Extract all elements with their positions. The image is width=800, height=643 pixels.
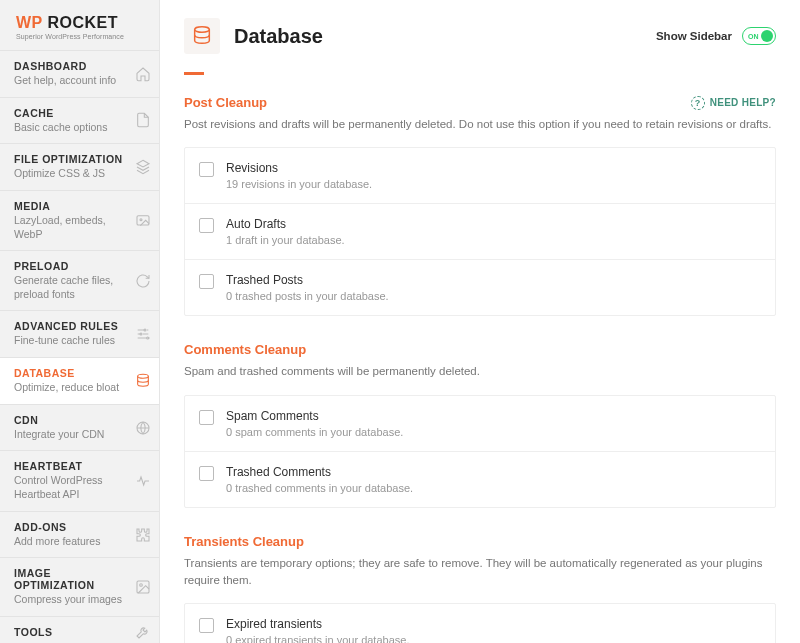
section-desc: Spam and trashed comments will be perman… — [184, 363, 776, 380]
refresh-icon — [135, 273, 151, 289]
section-comments-cleanup: Comments Cleanup Spam and trashed commen… — [184, 342, 776, 507]
option-label: Trashed Posts — [226, 273, 761, 287]
option-hint: 0 spam comments in your database. — [226, 426, 761, 438]
checkbox[interactable] — [199, 618, 214, 633]
nav-item-title: TOOLS — [14, 626, 129, 638]
svg-point-2 — [144, 329, 146, 331]
nav-item-desc: Basic cache options — [14, 121, 129, 135]
nav-item-desc: Fine-tune cache rules — [14, 334, 129, 348]
content: Post Cleanup ? NEED HELP? Post revisions… — [160, 75, 800, 643]
option-hint: 0 expired transients in your database. — [226, 634, 761, 643]
nav-item-desc: LazyLoad, embeds, WebP — [14, 214, 129, 241]
image-icon — [135, 213, 151, 229]
section-transients-cleanup: Transients Cleanup Transients are tempor… — [184, 534, 776, 644]
option-hint: 0 trashed posts in your database. — [226, 290, 761, 302]
sidebar: WP ROCKET Superior WordPress Performance… — [0, 0, 160, 643]
option-hint: 0 trashed comments in your database. — [226, 482, 761, 494]
logo-brand-a: WP — [16, 14, 42, 31]
show-sidebar-label: Show Sidebar — [656, 30, 732, 42]
option-item: Expired transients0 expired transients i… — [185, 604, 775, 643]
checkbox[interactable] — [199, 274, 214, 289]
svg-point-9 — [195, 27, 210, 32]
nav-item-desc: Integrate your CDN — [14, 428, 129, 442]
option-item: Spam Comments0 spam comments in your dat… — [185, 396, 775, 452]
database-icon — [184, 18, 220, 54]
wrench-icon — [135, 624, 151, 640]
nav-item-title: FILE OPTIMIZATION — [14, 153, 129, 165]
toggle-on-label: ON — [748, 33, 759, 40]
nav-item-title: DASHBOARD — [14, 60, 129, 72]
logo: WP ROCKET Superior WordPress Performance — [0, 0, 159, 50]
option-hint: 19 revisions in your database. — [226, 178, 761, 190]
nav-item-title: ADD-ONS — [14, 521, 129, 533]
section-post-cleanup: Post Cleanup ? NEED HELP? Post revisions… — [184, 95, 776, 316]
home-icon — [135, 66, 151, 82]
svg-point-4 — [147, 337, 149, 339]
nav-item-desc: Compress your images — [14, 593, 129, 607]
option-list: Spam Comments0 spam comments in your dat… — [184, 395, 776, 508]
globe-icon — [135, 420, 151, 436]
option-item: Trashed Comments0 trashed comments in yo… — [185, 452, 775, 507]
svg-point-3 — [140, 333, 142, 335]
sidebar-item-advanced-rules[interactable]: ADVANCED RULESFine-tune cache rules — [0, 310, 159, 357]
need-help-link[interactable]: ? NEED HELP? — [691, 96, 776, 110]
option-list: Expired transients0 expired transients i… — [184, 603, 776, 643]
section-title: Post Cleanup — [184, 95, 267, 110]
option-label: Trashed Comments — [226, 465, 761, 479]
nav-item-title: PRELOAD — [14, 260, 129, 272]
option-item: Revisions19 revisions in your database. — [185, 148, 775, 204]
nav-item-desc: Optimize CSS & JS — [14, 167, 129, 181]
header: Database Show Sidebar ON — [160, 0, 800, 66]
sidebar-item-heartbeat[interactable]: HEARTBEATControl WordPress Heartbeat API — [0, 450, 159, 510]
sidebar-item-media[interactable]: MEDIALazyLoad, embeds, WebP — [0, 190, 159, 250]
nav-item-desc: Control WordPress Heartbeat API — [14, 474, 129, 501]
toggle-knob — [761, 30, 773, 42]
sidebar-item-tools[interactable]: TOOLS — [0, 616, 159, 643]
option-label: Spam Comments — [226, 409, 761, 423]
checkbox[interactable] — [199, 162, 214, 177]
option-label: Expired transients — [226, 617, 761, 631]
option-item: Auto Drafts1 draft in your database. — [185, 204, 775, 260]
puzzle-icon — [135, 527, 151, 543]
checkbox[interactable] — [199, 218, 214, 233]
option-label: Revisions — [226, 161, 761, 175]
main: Database Show Sidebar ON Post Cleanup ? … — [160, 0, 800, 643]
option-item: Trashed Posts0 trashed posts in your dat… — [185, 260, 775, 315]
logo-brand-b: ROCKET — [47, 14, 118, 31]
nav-item-desc: Generate cache files, preload fonts — [14, 274, 129, 301]
heartbeat-icon — [135, 473, 151, 489]
sliders-icon — [135, 326, 151, 342]
svg-point-1 — [140, 218, 142, 220]
picture-icon — [135, 579, 151, 595]
sidebar-item-database[interactable]: DATABASEOptimize, reduce bloat — [0, 357, 159, 404]
show-sidebar-toggle[interactable]: ON — [742, 27, 776, 45]
nav-item-desc: Get help, account info — [14, 74, 129, 88]
section-desc: Transients are temporary options; they a… — [184, 555, 776, 590]
checkbox[interactable] — [199, 466, 214, 481]
nav-item-desc: Add more features — [14, 535, 129, 549]
layers-icon — [135, 159, 151, 175]
sidebar-item-preload[interactable]: PRELOADGenerate cache files, preload fon… — [0, 250, 159, 310]
nav-item-title: DATABASE — [14, 367, 129, 379]
sidebar-item-add-ons[interactable]: ADD-ONSAdd more features — [0, 511, 159, 558]
database-icon — [135, 373, 151, 389]
svg-point-8 — [140, 584, 143, 587]
nav-item-title: ADVANCED RULES — [14, 320, 129, 332]
logo-tagline: Superior WordPress Performance — [16, 33, 149, 40]
sidebar-item-cdn[interactable]: CDNIntegrate your CDN — [0, 404, 159, 451]
nav-item-title: MEDIA — [14, 200, 129, 212]
file-icon — [135, 112, 151, 128]
nav-item-title: CACHE — [14, 107, 129, 119]
option-list: Revisions19 revisions in your database.A… — [184, 147, 776, 316]
sidebar-item-image-optimization[interactable]: IMAGE OPTIMIZATIONCompress your images — [0, 557, 159, 616]
help-link-text: NEED HELP? — [710, 97, 776, 108]
option-label: Auto Drafts — [226, 217, 761, 231]
section-title: Comments Cleanup — [184, 342, 306, 357]
sidebar-item-file-optimization[interactable]: FILE OPTIMIZATIONOptimize CSS & JS — [0, 143, 159, 190]
svg-point-5 — [138, 374, 149, 378]
nav-item-title: HEARTBEAT — [14, 460, 129, 472]
sidebar-item-dashboard[interactable]: DASHBOARDGet help, account info — [0, 50, 159, 97]
section-desc: Post revisions and drafts will be perman… — [184, 116, 776, 133]
checkbox[interactable] — [199, 410, 214, 425]
sidebar-item-cache[interactable]: CACHEBasic cache options — [0, 97, 159, 144]
